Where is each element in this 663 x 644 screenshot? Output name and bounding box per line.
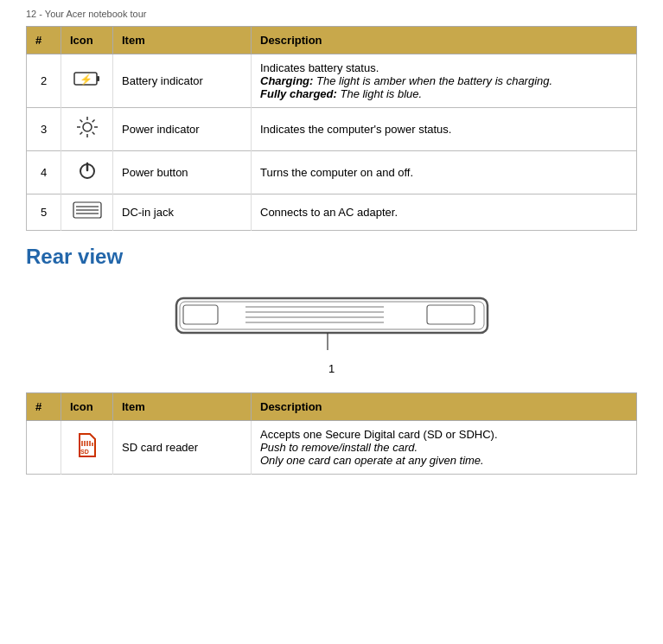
row-item: DC-in jack — [113, 194, 252, 231]
svg-line-8 — [80, 120, 82, 123]
table-row: 2 ⚡ Battery indicator Indicates battery … — [27, 54, 637, 108]
row-num: 5 — [27, 194, 61, 231]
col-header-num: # — [27, 27, 61, 54]
svg-text:SD: SD — [80, 449, 89, 455]
col-header-icon: Icon — [61, 27, 113, 54]
row-desc: Accepts one Secure Digital card (SD or S… — [252, 421, 637, 475]
col-header-icon: Icon — [61, 393, 113, 421]
table-1: # Icon Item Description 2 ⚡ Battery indi… — [26, 26, 637, 231]
col-header-item: Item — [113, 393, 252, 421]
row-num: 4 — [27, 151, 61, 194]
sd-card-icon: SD — [74, 432, 100, 458]
col-header-num: # — [27, 393, 61, 421]
svg-rect-25 — [427, 305, 475, 324]
power-indicator-icon — [75, 115, 99, 139]
page-header: 12 - Your Acer notebook tour — [26, 9, 637, 19]
col-header-desc: Description — [252, 27, 637, 54]
svg-line-11 — [80, 132, 82, 135]
row-desc: Indicates the computer's power status. — [252, 108, 637, 151]
table-row: 3 Power indicator Indicates the compu — [27, 108, 637, 151]
rear-image-container: 1 — [26, 283, 637, 375]
row-desc: Turns the computer on and off. — [252, 151, 637, 194]
row-icon — [61, 151, 113, 194]
svg-rect-20 — [183, 305, 218, 324]
rear-laptop-diagram — [159, 283, 505, 360]
row-icon: ⚡ — [61, 54, 113, 108]
battery-icon: ⚡ — [73, 69, 101, 88]
rear-view-title: Rear view — [26, 245, 637, 269]
row-item: Power indicator — [113, 108, 252, 151]
table-row: 4 Power button Turns the computer on and… — [27, 151, 637, 194]
power-button-icon — [75, 158, 99, 182]
svg-rect-1 — [97, 76, 99, 81]
row-item: SD card reader — [113, 421, 252, 475]
row-icon — [61, 108, 113, 151]
table-2: # Icon Item Description S — [26, 392, 637, 475]
dc-jack-icon — [73, 201, 102, 219]
diagram-label-1: 1 — [328, 362, 335, 375]
row-item: Battery indicator — [113, 54, 252, 108]
col-header-item: Item — [113, 27, 252, 54]
table-row: 5 DC-in jack Connects to an AC adapter. — [27, 194, 637, 231]
col-header-desc: Description — [252, 393, 637, 421]
svg-line-9 — [92, 132, 94, 135]
row-num: 3 — [27, 108, 61, 151]
row-num: 2 — [27, 54, 61, 108]
row-icon: SD — [61, 421, 113, 475]
table-row: SD SD card reader Accepts one Secure Dig… — [27, 421, 637, 475]
row-desc: Indicates battery status. Charging: The … — [252, 54, 637, 108]
svg-text:⚡: ⚡ — [80, 73, 92, 86]
svg-line-10 — [92, 120, 94, 123]
row-item: Power button — [113, 151, 252, 194]
svg-rect-18 — [176, 298, 488, 333]
row-desc: Connects to an AC adapter. — [252, 194, 637, 231]
svg-point-3 — [83, 123, 92, 131]
svg-rect-19 — [180, 302, 484, 329]
row-num — [27, 421, 61, 475]
row-icon — [61, 194, 113, 231]
